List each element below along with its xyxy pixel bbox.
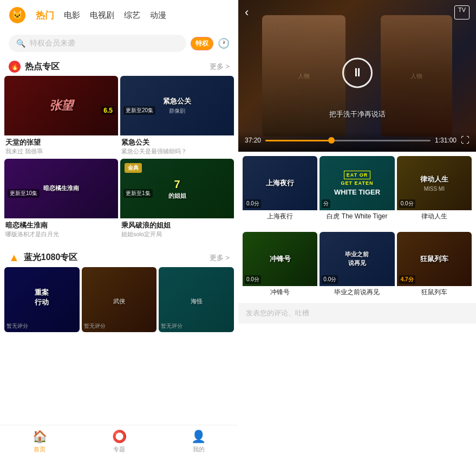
bottom-tab-bar: 🏠 首页 ⭕ 专题 👤 我的: [0, 425, 238, 460]
progress-dot: [328, 137, 335, 144]
card-shanghai[interactable]: 上海夜行 0.0分 上海夜行: [243, 156, 317, 223]
player-top-controls: ‹ TV: [245, 5, 470, 20]
progress-fill: [265, 140, 331, 141]
card-chengfeng-sub: 姐姐solo定开局: [121, 230, 233, 238]
tab-topics[interactable]: ⭕ 专题: [80, 430, 159, 453]
card-chongfeng[interactable]: 冲锋号 0.0分 冲锋号: [243, 232, 317, 299]
card-chengfeng-title: 乘风破浪的姐姐: [121, 221, 233, 230]
card-biye-title: 毕业之前说再见: [319, 286, 394, 299]
tab-home[interactable]: 🏠 首页: [0, 430, 80, 453]
fullscreen-button[interactable]: ⛶: [461, 135, 470, 145]
clock-icon[interactable]: 🕐: [218, 37, 230, 49]
card-ludong[interactable]: 律动人生 MISS MI 0.0分 律动人生: [397, 156, 472, 223]
nav-item-variety[interactable]: 综艺: [124, 10, 140, 21]
card-tiantang-sub: 我来过 我很乖: [5, 147, 117, 156]
card-chengfeng[interactable]: 金典 7 的姐姐 更新至1集 乘风破浪的姐姐 姐姐solo定开局: [120, 159, 234, 239]
hotspot-more[interactable]: 更多 >: [210, 62, 230, 72]
bottom-content-grid: 冲锋号 0.0分 冲锋号 毕业之前 说再见 0.0分 毕业之前说再见: [238, 228, 476, 303]
hotspot-header: 🔥 热点专区 更多 >: [0, 56, 238, 76]
bluray-title: 蓝光1080专区: [24, 252, 78, 263]
progress-row: 37:20 1:31:00 ⛶: [245, 135, 470, 145]
card-tiantang-title: 天堂的张望: [5, 138, 117, 147]
search-input-wrap[interactable]: 🔍 特权会员来袭: [9, 35, 186, 52]
card-kuangshu-score: 4.7分: [399, 275, 415, 284]
content-area: 上海夜行 0.0分 上海夜行 EAT OR GET EATEN WHITE TI…: [238, 152, 476, 460]
vip-badge[interactable]: 特权: [191, 37, 213, 50]
card-anlian-sub: 哪版洛枳才是白月光: [5, 230, 117, 238]
card-kuangshu-title: 狂鼠列车: [397, 286, 472, 299]
card-whitetiger-score: 分: [322, 199, 330, 208]
top-nav: 🐱 热门 电影 电视剧 综艺 动漫: [0, 0, 238, 30]
card-whitetiger-title: 白虎 The White Tiger: [319, 210, 394, 223]
bluray-card-3[interactable]: 海怪 暂无评分: [159, 267, 234, 332]
hotspot-grid: 张望 6.5 天堂的张望 我来过 我很乖 紧急公关 群像剧 更新至20集: [0, 76, 238, 244]
video-subtitle: 把手洗干净再说话: [238, 109, 476, 119]
card-anlian[interactable]: 暗恋橘生淮南 更新至10集 暗恋橘生淮南 哪版洛枳才是白月光: [4, 159, 118, 239]
hotspot-section-icon: 🔥: [9, 61, 21, 73]
left-content-scroll: 🔥 热点专区 更多 > 张望 6.5 天堂的张望 我来过 我很乖: [0, 56, 238, 425]
pause-button[interactable]: ⏸: [342, 57, 373, 88]
card-anlian-title: 暗恋橘生淮南: [5, 221, 117, 230]
card-whitetiger[interactable]: EAT OR GET EATEN WHITE TIGER 分 白虎 The Wh…: [319, 156, 394, 223]
tab-mine[interactable]: 👤 我的: [159, 430, 238, 453]
home-icon: 🏠: [32, 430, 47, 444]
search-icon: 🔍: [16, 39, 25, 48]
tab-topics-label: 专题: [113, 445, 125, 453]
left-panel: 🐱 热门 电影 电视剧 综艺 动漫 🔍 特权会员来袭 特权 🕐 🔥 热点专区 更…: [0, 0, 238, 460]
tab-mine-label: 我的: [193, 445, 205, 453]
card-biye[interactable]: 毕业之前 说再见 0.0分 毕业之前说再见: [319, 232, 394, 299]
hotspot-title: 热点专区: [25, 61, 60, 73]
top-content-grid: 上海夜行 0.0分 上海夜行 EAT OR GET EATEN WHITE TI…: [238, 152, 476, 228]
back-button[interactable]: ‹: [245, 5, 249, 20]
bluray-icon: ▲: [9, 251, 19, 264]
total-time: 1:31:00: [435, 137, 457, 144]
bluray-header: ▲ 蓝光1080专区 更多 >: [0, 247, 238, 267]
nav-item-hot[interactable]: 热门: [36, 9, 54, 22]
comment-placeholder: 发表您的评论、吐槽: [246, 308, 309, 318]
video-player: 人物 人物 ⏸ 把手洗干净再说话 ‹ TV 37:20: [238, 0, 476, 152]
mine-icon: 👤: [191, 430, 206, 444]
card-jinjigonguan[interactable]: 紧急公关 群像剧 更新至20集 紧急公关 紧急公关是最强辅助吗？: [120, 76, 234, 157]
nav-item-movie[interactable]: 电影: [64, 10, 80, 21]
card-shanghai-title: 上海夜行: [243, 210, 317, 223]
bluray-grid: 重案 行动 暂无评分 武侠 暂无评分: [0, 267, 238, 336]
current-time: 37:20: [245, 137, 261, 144]
topics-icon: ⭕: [112, 430, 127, 444]
card-ludong-title: 律动人生: [397, 210, 472, 223]
nav-item-anime[interactable]: 动漫: [150, 10, 166, 21]
logo-icon: 🐱: [9, 7, 26, 24]
card-jinjigonguan-title: 紧急公关: [121, 138, 233, 147]
card-shanghai-score: 0.0分: [245, 199, 261, 208]
card-chongfeng-score: 0.0分: [245, 275, 261, 284]
bluray-section: ▲ 蓝光1080专区 更多 > 重案 行动 暂无评分: [0, 247, 238, 336]
player-controls: 37:20 1:31:00 ⛶: [238, 131, 476, 152]
search-bar: 🔍 特权会员来袭 特权 🕐: [0, 30, 238, 56]
bluray-card-1[interactable]: 重案 行动 暂无评分: [4, 267, 80, 332]
card-tiantang[interactable]: 张望 6.5 天堂的张望 我来过 我很乖: [4, 76, 118, 157]
tab-home-label: 首页: [34, 445, 45, 453]
card-chongfeng-title: 冲锋号: [243, 286, 317, 299]
progress-bar[interactable]: [265, 140, 431, 141]
card-kuangshu[interactable]: 狂鼠列车 4.7分 狂鼠列车: [397, 232, 472, 299]
right-panel: 人物 人物 ⏸ 把手洗干净再说话 ‹ TV 37:20: [238, 0, 476, 460]
card-jinjigonguan-sub: 紧急公关是最强辅助吗？: [121, 147, 233, 156]
card-biye-score: 0.0分: [322, 275, 338, 284]
nav-item-tv[interactable]: 电视剧: [90, 10, 114, 21]
svg-text:🐱: 🐱: [12, 10, 23, 20]
bluray-more[interactable]: 更多 >: [210, 253, 230, 263]
video-background: 人物 人物 ⏸: [238, 0, 476, 152]
pause-icon: ⏸: [351, 66, 363, 80]
tv-badge[interactable]: TV: [454, 5, 470, 20]
bluray-card-2[interactable]: 武侠 暂无评分: [82, 267, 157, 332]
search-placeholder: 特权会员来袭: [30, 38, 75, 48]
comment-bar[interactable]: 发表您的评论、吐槽: [238, 303, 476, 323]
card-ludong-score: 0.0分: [399, 199, 415, 208]
